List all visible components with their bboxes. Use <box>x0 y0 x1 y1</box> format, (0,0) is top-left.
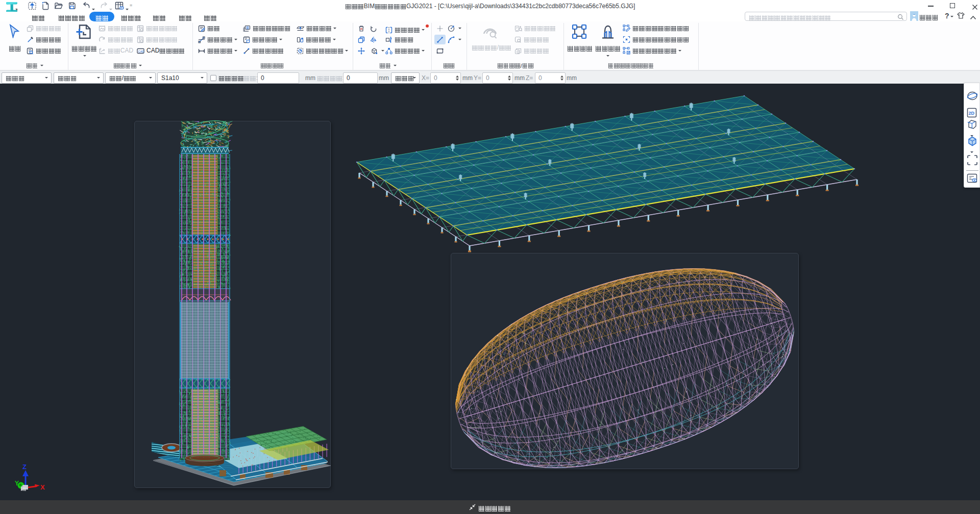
svg-text:Z: Z <box>22 463 27 471</box>
svg-text:Y: Y <box>15 480 19 487</box>
svg-text:2D: 2D <box>968 111 974 116</box>
svg-text:CAD: CAD <box>138 49 144 53</box>
svg-text:X: X <box>40 483 45 491</box>
